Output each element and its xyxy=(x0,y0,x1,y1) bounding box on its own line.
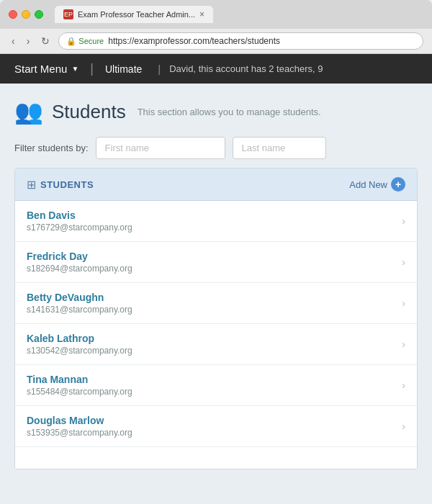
filter-label: Filter students by: xyxy=(14,143,89,153)
lock-icon: 🔒 xyxy=(66,37,76,46)
last-name-filter-input[interactable] xyxy=(233,137,326,159)
chevron-right-icon: › xyxy=(402,297,405,309)
first-name-filter-input[interactable] xyxy=(96,137,225,159)
partial-row xyxy=(15,447,417,469)
student-email: s130542@starcompany.org xyxy=(27,346,132,356)
start-menu-arrow: ▼ xyxy=(71,65,78,73)
student-email: s182694@starcompany.org xyxy=(27,264,132,274)
student-email: s141631@starcompany.org xyxy=(27,305,132,315)
start-menu[interactable]: Start Menu ▼ xyxy=(14,63,78,75)
page-content: 👥 Students This section allows you to ma… xyxy=(0,84,432,469)
start-menu-label: Start Menu xyxy=(14,63,67,75)
add-icon: + xyxy=(391,177,405,192)
active-tab[interactable]: EP Exam Professor Teacher Admin... × xyxy=(55,6,213,23)
url-bar[interactable]: 🔒 Secure https://examprofessor.com/teach… xyxy=(58,32,423,50)
nav-account-info: David, this account has 2 teachers, 9 xyxy=(169,63,323,74)
page-description: This section allows you to manage studen… xyxy=(138,107,321,117)
student-name: Tina Mannan xyxy=(27,374,132,385)
tab-title: Exam Professor Teacher Admin... xyxy=(78,10,195,19)
chevron-right-icon: › xyxy=(402,420,405,432)
maximize-window-button[interactable] xyxy=(35,10,43,19)
table-header: ⊞ STUDENTS Add New + xyxy=(15,168,417,201)
student-email: s155484@starcompany.org xyxy=(27,387,132,397)
student-info: Tina Mannan s155484@starcompany.org xyxy=(27,374,132,397)
secure-badge: 🔒 Secure xyxy=(66,37,104,46)
student-info: Douglas Marlow s153935@starcompany.org xyxy=(27,415,132,438)
page-header: 👥 Students This section allows you to ma… xyxy=(14,98,418,125)
student-info: Ben Davis s176729@starcompany.org xyxy=(27,210,132,233)
student-info: Betty DeVaughn s141631@starcompany.org xyxy=(27,292,132,315)
add-new-button[interactable]: Add New + xyxy=(349,177,405,192)
layers-icon: ⊞ xyxy=(27,178,36,192)
chevron-right-icon: › xyxy=(402,338,405,350)
nav-plan-label: Ultimate xyxy=(105,63,142,75)
traffic-lights xyxy=(9,10,43,19)
url-text: https://examprofessor.com/teachers/stude… xyxy=(108,36,280,46)
refresh-button[interactable]: ↻ xyxy=(38,34,53,48)
secure-label: Secure xyxy=(78,37,104,45)
chevron-right-icon: › xyxy=(402,256,405,268)
student-name: Fredrick Day xyxy=(27,251,132,262)
students-table: ⊞ STUDENTS Add New + Ben Davis s176729@s… xyxy=(14,168,418,469)
student-name: Betty DeVaughn xyxy=(27,292,132,303)
student-name: Kaleb Lathrop xyxy=(27,333,132,344)
chevron-right-icon: › xyxy=(402,215,405,227)
close-window-button[interactable] xyxy=(9,10,17,19)
add-new-label: Add New xyxy=(349,179,387,190)
table-row[interactable]: Ben Davis s176729@starcompany.org › xyxy=(15,201,417,242)
app-nav: Start Menu ▼ | Ultimate | David, this ac… xyxy=(0,54,432,84)
table-row[interactable]: Fredrick Day s182694@starcompany.org › xyxy=(15,242,417,283)
filter-row: Filter students by: xyxy=(14,137,418,159)
student-info: Fredrick Day s182694@starcompany.org xyxy=(27,251,132,274)
tab-bar: EP Exam Professor Teacher Admin... × xyxy=(55,6,423,23)
table-header-title: STUDENTS xyxy=(40,179,94,190)
student-info: Kaleb Lathrop s130542@starcompany.org xyxy=(27,333,132,356)
tab-close-button[interactable]: × xyxy=(199,9,204,19)
table-row[interactable]: Tina Mannan s155484@starcompany.org › xyxy=(15,365,417,406)
table-row[interactable]: Kaleb Lathrop s130542@starcompany.org › xyxy=(15,324,417,365)
back-button[interactable]: ‹ xyxy=(9,34,18,48)
student-name: Douglas Marlow xyxy=(27,415,132,426)
forward-button[interactable]: › xyxy=(24,34,33,48)
students-icon: 👥 xyxy=(14,98,43,125)
nav-separator: | xyxy=(90,61,94,76)
tab-favicon: EP xyxy=(63,9,73,19)
student-email: s176729@starcompany.org xyxy=(27,222,132,233)
student-name: Ben Davis xyxy=(27,210,132,221)
nav-pipe: | xyxy=(158,63,161,75)
page-title: Students xyxy=(52,101,126,123)
student-email: s153935@starcompany.org xyxy=(27,428,132,438)
minimize-window-button[interactable] xyxy=(22,10,30,19)
title-bar: EP Exam Professor Teacher Admin... × xyxy=(0,0,432,29)
table-row[interactable]: Douglas Marlow s153935@starcompany.org › xyxy=(15,406,417,447)
chevron-right-icon: › xyxy=(402,379,405,391)
table-row[interactable]: Betty DeVaughn s141631@starcompany.org › xyxy=(15,283,417,324)
address-bar: ‹ › ↻ 🔒 Secure https://examprofessor.com… xyxy=(0,29,432,54)
browser-window: EP Exam Professor Teacher Admin... × ‹ ›… xyxy=(0,0,432,54)
